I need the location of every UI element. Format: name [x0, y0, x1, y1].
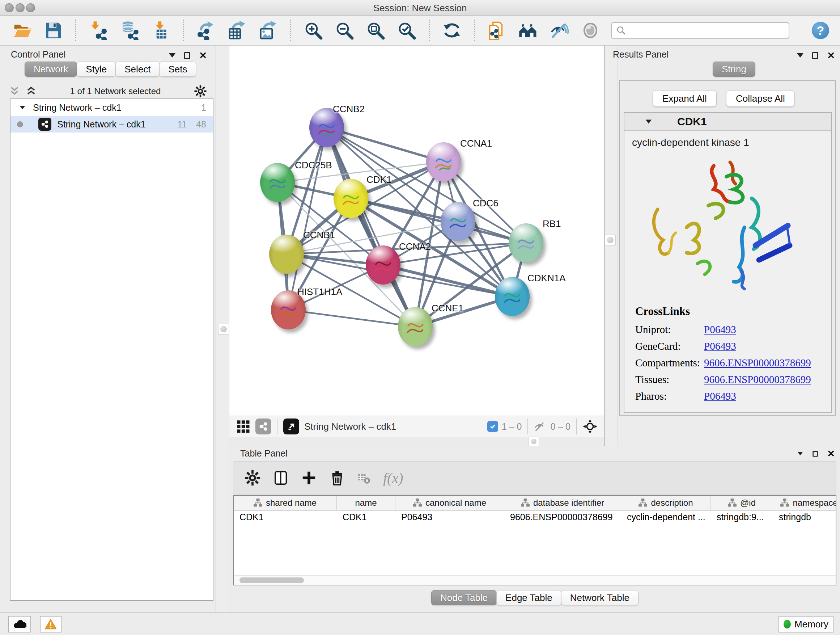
import-network-from-database-icon[interactable] [119, 20, 140, 41]
network-node-CDC6[interactable] [441, 202, 475, 241]
crosslink-value-link[interactable]: P06493 [704, 390, 736, 402]
horizontal-splitter-handle[interactable] [528, 437, 539, 446]
panel-float-icon[interactable] [169, 53, 175, 57]
section-collapse-icon[interactable] [646, 120, 652, 124]
network-collection-row[interactable]: String Network – cdk1 1 [11, 99, 213, 116]
help-icon[interactable]: ? [812, 22, 829, 39]
network-edge-CCNB2-HIST1H1A[interactable] [288, 127, 327, 310]
hide-selected-icon[interactable] [549, 20, 570, 41]
memory-button[interactable]: Memory [778, 616, 834, 632]
tab-sets[interactable]: Sets [159, 62, 196, 77]
panel-float-icon[interactable] [798, 452, 803, 455]
import-table-from-file-icon[interactable] [150, 20, 171, 41]
zoom-selected-icon[interactable] [396, 20, 417, 41]
zoom-fit-content-icon[interactable] [365, 20, 386, 41]
column-header--id[interactable]: @id [711, 496, 773, 510]
network-node-RB1[interactable] [508, 223, 543, 263]
panel-close-icon[interactable]: ✕ [827, 449, 835, 458]
delete-column-icon[interactable] [329, 470, 346, 486]
export-table-icon[interactable] [226, 20, 248, 41]
panel-maximize-icon[interactable] [813, 451, 818, 456]
scrollbar-thumb[interactable] [240, 578, 304, 583]
cloud-status-button[interactable] [8, 616, 31, 632]
tab-style[interactable]: Style [77, 62, 116, 77]
table-cell[interactable]: CDK1 [234, 510, 337, 524]
open-session-icon[interactable] [11, 20, 33, 41]
network-row[interactable]: String Network – cdk1 11 48 [11, 116, 213, 133]
export-image-icon[interactable] [257, 20, 279, 41]
table-options-gear-icon[interactable] [244, 470, 261, 486]
table-cell[interactable]: 9606.ENSP00000378699 [504, 510, 621, 524]
birds-eye-view-icon[interactable] [583, 419, 598, 434]
column-header-description[interactable]: description [621, 496, 711, 510]
network-node-CDK1[interactable] [333, 179, 368, 218]
import-network-from-file-icon[interactable] [88, 20, 109, 41]
horizontal-splitter[interactable] [229, 438, 604, 446]
tab-string[interactable]: String [713, 62, 755, 77]
left-splitter[interactable] [216, 46, 229, 612]
detach-view-icon[interactable] [283, 418, 299, 434]
apply-preferred-layout-icon[interactable] [441, 20, 462, 41]
zoom-in-icon[interactable] [303, 20, 324, 41]
network-node-CCNE1[interactable] [398, 307, 433, 346]
crosslink-value-link[interactable]: 9606.ENSP00000378699 [704, 374, 811, 386]
table-cell[interactable]: cyclin-dependent ... [621, 510, 711, 524]
column-header-database-identifier[interactable]: database identifier [504, 496, 621, 510]
table-horizontal-scrollbar[interactable] [234, 575, 836, 585]
column-header-name[interactable]: name [337, 496, 395, 510]
cdk1-section-header[interactable]: CDK1 [624, 113, 831, 131]
network-view[interactable]: CCNB2CCNA1CDC25BCDK1CDC6RB1CCNB1CCNA2CDK… [229, 46, 604, 416]
network-edge-HIST1H1A-CCNE1[interactable] [288, 310, 415, 326]
table-row[interactable]: CDK1CDK1P064939606.ENSP00000378699cyclin… [234, 510, 836, 524]
function-builder-icon[interactable]: f(x) [383, 470, 403, 486]
panel-maximize-icon[interactable] [184, 52, 190, 59]
tab-node-table[interactable]: Node Table [431, 590, 497, 605]
expand-all-icon[interactable] [25, 86, 37, 97]
show-graphics-details-icon[interactable] [580, 20, 601, 41]
column-header-namespace[interactable]: namespace [773, 496, 836, 510]
first-neighbors-icon[interactable] [518, 20, 538, 41]
tab-network[interactable]: Network [25, 62, 77, 77]
table-cell[interactable]: stringdb:9... [711, 510, 773, 524]
network-badge-icon[interactable] [256, 418, 271, 434]
delete-table-icon[interactable] [357, 470, 371, 485]
network-edge-CDK1-RB1[interactable] [351, 198, 526, 243]
collection-expand-icon[interactable] [19, 106, 25, 109]
grid-view-icon[interactable] [236, 419, 250, 434]
table-cell[interactable]: CDK1 [337, 510, 395, 524]
create-column-icon[interactable] [301, 470, 317, 486]
network-node-CCNA1[interactable] [426, 142, 461, 181]
right-splitter[interactable] [604, 46, 618, 446]
export-network-icon[interactable] [195, 20, 216, 41]
network-node-CDKN1A[interactable] [495, 277, 530, 316]
crosslink-value-link[interactable]: P06493 [704, 324, 736, 336]
collapse-all-icon[interactable] [9, 86, 20, 97]
right-splitter-handle[interactable] [605, 234, 616, 245]
crosslink-value-link[interactable]: 9606.ENSP00000378699 [704, 357, 811, 369]
network-node-CCNB1[interactable] [269, 234, 304, 274]
search-input[interactable] [629, 25, 784, 36]
network-edge-CCNB2-CCNA1[interactable] [327, 127, 444, 162]
new-network-from-selection-icon[interactable] [486, 20, 508, 41]
crosslink-value-link[interactable]: P06493 [704, 340, 736, 352]
table-cell[interactable]: P06493 [395, 510, 504, 524]
warning-status-button[interactable] [40, 616, 62, 632]
collapse-all-button[interactable]: Collapse All [726, 90, 795, 107]
select-columns-icon[interactable] [272, 470, 289, 486]
network-node-CDC25B[interactable] [260, 163, 295, 202]
zoom-out-icon[interactable] [334, 20, 355, 41]
table-cell[interactable]: stringdb [773, 510, 836, 524]
tab-edge-table[interactable]: Edge Table [496, 590, 561, 605]
network-node-CCNA2[interactable] [366, 245, 401, 285]
left-splitter-handle[interactable] [218, 324, 229, 334]
selected-indicator-checkbox[interactable] [487, 421, 498, 432]
tab-select[interactable]: Select [115, 62, 159, 77]
tab-network-table[interactable]: Network Table [561, 590, 638, 605]
panel-float-icon[interactable] [797, 53, 804, 57]
panel-close-icon[interactable]: ✕ [199, 51, 207, 60]
panel-maximize-icon[interactable] [812, 52, 818, 59]
expand-all-button[interactable]: Expand All [653, 90, 717, 107]
column-header-shared-name[interactable]: shared name [234, 496, 337, 510]
panel-close-icon[interactable]: ✕ [827, 51, 835, 60]
column-header-canonical-name[interactable]: canonical name [395, 496, 504, 510]
